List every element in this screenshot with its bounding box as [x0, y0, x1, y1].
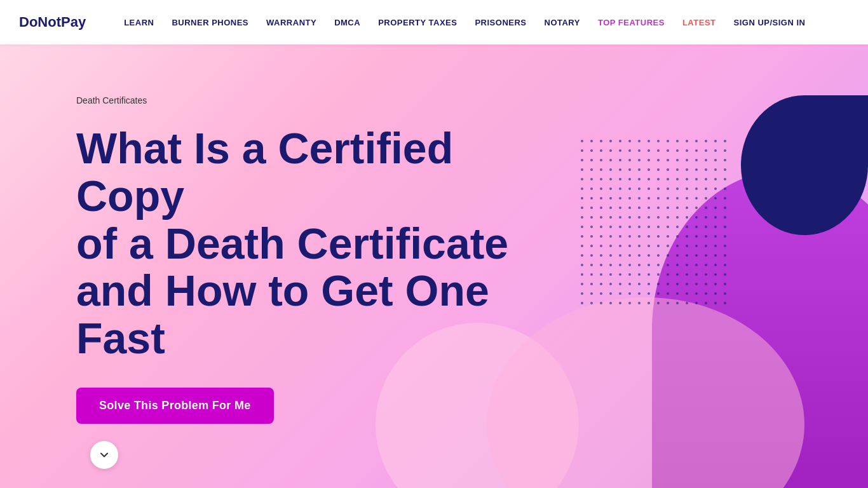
dot [590, 283, 593, 285]
dot [638, 264, 641, 266]
dot [695, 292, 698, 295]
dot [638, 226, 641, 228]
dot [686, 149, 688, 152]
dot [667, 302, 669, 304]
dot [686, 207, 688, 209]
dot [676, 197, 679, 200]
dot [714, 187, 717, 190]
dot [619, 235, 621, 238]
dot [609, 292, 612, 295]
dot [724, 302, 726, 304]
dot [657, 207, 660, 209]
dot [705, 302, 707, 304]
dot-grid-pattern [581, 140, 731, 309]
dot [609, 226, 612, 228]
dot [581, 197, 583, 200]
dot [590, 197, 593, 200]
dot [705, 140, 707, 142]
dot [590, 302, 593, 304]
dot [628, 149, 631, 152]
dot [705, 235, 707, 238]
hero-title-line2: of a Death Certificate [76, 219, 508, 268]
dot [648, 264, 650, 266]
dot [600, 168, 602, 171]
dot [648, 216, 650, 219]
dot [628, 187, 631, 190]
nav-warranty[interactable]: WARRANTY [266, 18, 316, 27]
dot [628, 292, 631, 295]
dot [600, 216, 602, 219]
dot [581, 207, 583, 209]
nav-sign-up[interactable]: SIGN UP/SIGN IN [734, 18, 806, 27]
dot [648, 245, 650, 247]
dot [609, 254, 612, 257]
dot [619, 207, 621, 209]
dot [628, 264, 631, 266]
dot [686, 235, 688, 238]
dot [628, 207, 631, 209]
nav-latest[interactable]: LATEST [682, 18, 716, 27]
dot [695, 168, 698, 171]
dot [600, 245, 602, 247]
dot [600, 254, 602, 257]
nav-prisoners[interactable]: PRISONERS [475, 18, 526, 27]
dot [724, 235, 726, 238]
dot [724, 149, 726, 152]
dot [657, 197, 660, 200]
dot [590, 235, 593, 238]
nav-notary[interactable]: NOTARY [545, 18, 580, 27]
dot [695, 140, 698, 142]
dot [657, 149, 660, 152]
dot [657, 273, 660, 276]
nav-learn[interactable]: LEARN [124, 18, 154, 27]
dot [714, 292, 717, 295]
dot [600, 140, 602, 142]
dot [714, 302, 717, 304]
site-logo[interactable]: DoNotPay [19, 14, 86, 30]
dot [667, 264, 669, 266]
nav-property-taxes[interactable]: PROPERTY TAXES [378, 18, 457, 27]
scroll-down-button[interactable] [90, 441, 118, 469]
dot [676, 283, 679, 285]
dot [657, 140, 660, 142]
dot [705, 187, 707, 190]
dot [590, 207, 593, 209]
dot [609, 245, 612, 247]
dot [581, 168, 583, 171]
dot [676, 216, 679, 219]
dot [600, 302, 602, 304]
dot [609, 264, 612, 266]
dot [609, 302, 612, 304]
nav-burner-phones[interactable]: BURNER PHONES [172, 18, 248, 27]
dot [724, 283, 726, 285]
dot [667, 254, 669, 257]
dot [667, 283, 669, 285]
dot [628, 159, 631, 161]
hero-title-line1: What Is a Certified Copy [76, 124, 453, 220]
dot [686, 187, 688, 190]
dot [705, 197, 707, 200]
dot [619, 140, 621, 142]
dot [686, 273, 688, 276]
dot [667, 292, 669, 295]
dot [657, 264, 660, 266]
dot [724, 216, 726, 219]
dot [628, 226, 631, 228]
dot [695, 159, 698, 161]
hero-content: Death Certificates What Is a Certified C… [76, 95, 559, 424]
hero-section: Death Certificates What Is a Certified C… [0, 44, 868, 488]
dot [676, 187, 679, 190]
dot [676, 292, 679, 295]
dot [714, 226, 717, 228]
dot [628, 273, 631, 276]
cta-solve-button[interactable]: Solve This Problem For Me [76, 388, 274, 424]
dot [648, 168, 650, 171]
dot [609, 273, 612, 276]
nav-top-features[interactable]: TOP FEATURES [598, 18, 665, 27]
dot [628, 216, 631, 219]
dot [638, 254, 641, 257]
dot [676, 207, 679, 209]
dot [590, 226, 593, 228]
nav-dmca[interactable]: DMCA [334, 18, 360, 27]
dot [590, 178, 593, 180]
